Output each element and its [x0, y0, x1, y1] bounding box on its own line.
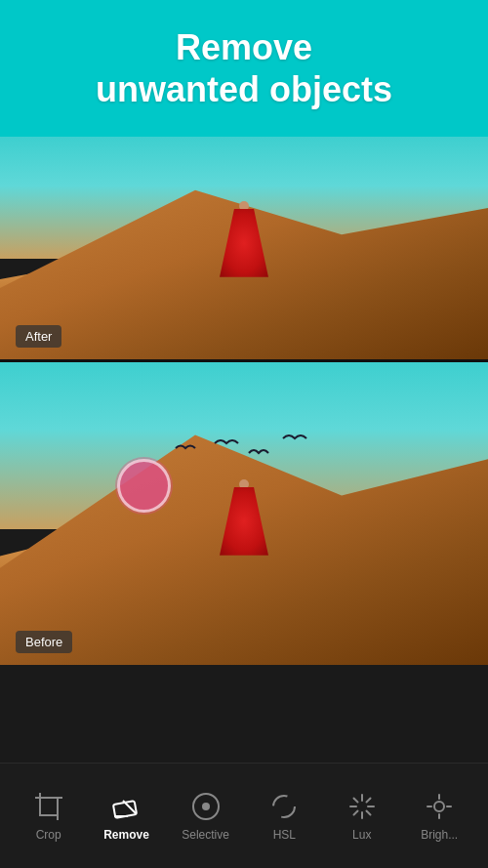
title-line2: unwanted objects	[96, 69, 392, 109]
svg-line-14	[366, 810, 370, 814]
tool-brightness[interactable]: Brigh...	[405, 783, 473, 849]
before-badge: Before	[16, 631, 72, 653]
dress-after	[220, 209, 268, 277]
dress-before	[220, 487, 268, 556]
remove-icon	[110, 791, 142, 822]
svg-point-8	[273, 796, 295, 817]
header-banner: Remove unwanted objects	[0, 0, 488, 137]
remove-label: Remove	[103, 828, 149, 842]
tool-remove[interactable]: Remove	[92, 783, 161, 849]
lux-label: Lux	[352, 828, 371, 842]
lux-icon	[346, 791, 378, 822]
svg-line-13	[353, 798, 357, 802]
selector-circle[interactable]	[117, 459, 171, 513]
title-line1: Remove	[176, 27, 312, 67]
tool-crop[interactable]: Crop	[15, 783, 83, 849]
birds-svg	[146, 429, 322, 477]
after-badge: After	[16, 325, 61, 348]
svg-line-15	[366, 798, 370, 802]
figure-after	[220, 199, 268, 277]
before-image: Before	[0, 362, 488, 665]
figure-before	[220, 477, 268, 556]
svg-line-16	[353, 810, 357, 814]
birds-container	[146, 429, 322, 477]
selective-icon	[190, 791, 222, 822]
hsl-icon	[268, 791, 300, 822]
after-image: After	[0, 137, 488, 359]
crop-label: Crop	[36, 828, 61, 842]
bottom-toolbar: Crop Remove Selective HSL	[0, 763, 488, 868]
image-divider	[0, 359, 488, 362]
brightness-icon	[424, 791, 455, 822]
brightness-label: Brigh...	[421, 828, 458, 842]
svg-rect-0	[40, 798, 58, 815]
hsl-label: HSL	[273, 828, 296, 842]
tool-lux[interactable]: Lux	[328, 783, 396, 849]
svg-point-17	[434, 802, 444, 811]
tool-selective[interactable]: Selective	[170, 783, 241, 849]
crop-icon	[33, 791, 64, 822]
selective-label: Selective	[182, 828, 229, 842]
header-title: Remove unwanted objects	[96, 26, 392, 110]
tool-hsl[interactable]: HSL	[250, 783, 318, 849]
